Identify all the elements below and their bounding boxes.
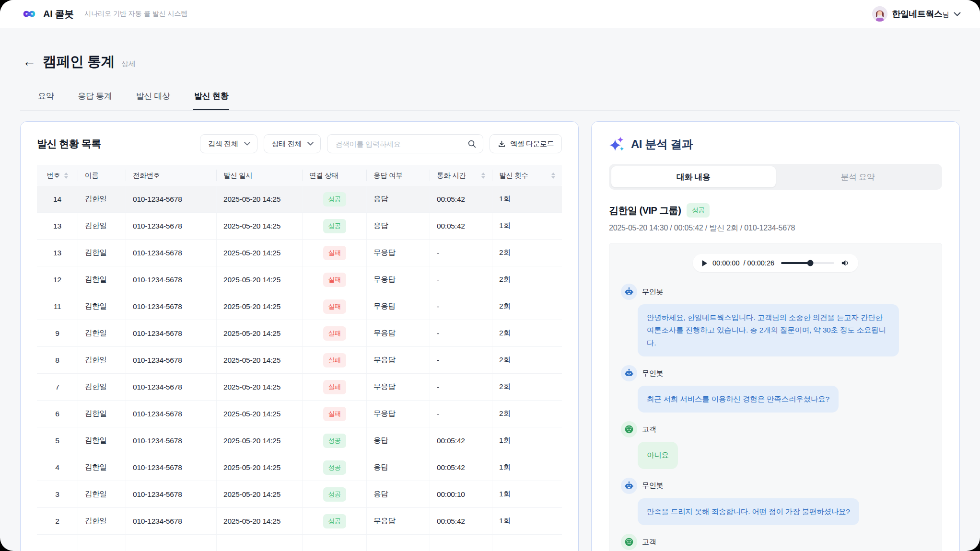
page-title: 캠페인 통계 (43, 52, 115, 71)
table-row[interactable]: 4 김한일 010-1234-5678 2025-05-20 14:25 성공 … (37, 454, 562, 481)
search-input[interactable] (335, 140, 468, 148)
status-badge: 성공 (323, 219, 346, 233)
search-icon[interactable] (468, 140, 476, 148)
call-list-title: 발신 현황 목록 (37, 137, 101, 150)
page-content: ← 캠페인 통계 상세 요약 응답 통계 발신 대상 발신 현황 발신 현황 목… (0, 28, 980, 551)
tab-call-status[interactable]: 발신 현황 (193, 86, 229, 110)
tab-summary[interactable]: 요약 (37, 86, 55, 110)
message-bubble: 만족을 드리지 못해 죄송합니다. 어떤 점이 가장 불편하셨나요? (638, 498, 859, 525)
audio-player: 00:00:00 / 00:00:26 (693, 254, 858, 272)
message-bubble: 안녕하세요, 한일네트웍스입니다. 고객님의 소중한 의견을 듣고자 간단한 여… (638, 304, 899, 356)
sender-name: 무인봇 (642, 481, 663, 490)
ai-analysis-panel: AI 분석 결과 대화 내용 분석 요약 김한일 (VIP 그룹) 성공 202… (591, 121, 960, 551)
status-badge: 실패 (323, 273, 346, 287)
app-logo-icon (22, 9, 36, 19)
robot-icon (624, 287, 634, 297)
tab-response-stats[interactable]: 응답 통계 (77, 86, 113, 110)
call-table-body: 14 김한일 010-1234-5678 2025-05-20 14:25 성공… (37, 186, 562, 535)
table-row-partial (37, 535, 562, 551)
tab-conversation[interactable]: 대화 내용 (611, 166, 776, 187)
excel-download-button[interactable]: 엑셀 다운로드 (490, 134, 562, 153)
sender-avatar (621, 534, 637, 550)
col-phone: 전화번호 (126, 170, 217, 181)
main-tabs: 요약 응답 통계 발신 대상 발신 현황 (20, 86, 960, 111)
sender-avatar (621, 284, 637, 300)
status-badge: 성공 (323, 460, 346, 475)
conversation-container: 00:00:00 / 00:00:26 (609, 243, 942, 551)
brand[interactable]: AI 콜봇 시나리오 기반 자동 콜 발신 시스템 (22, 8, 188, 21)
page-title-row: ← 캠페인 통계 상세 (20, 52, 960, 71)
sort-icon[interactable] (64, 172, 68, 179)
user-menu[interactable]: 한일네트웍스님 (872, 6, 961, 22)
sender-name: 무인봇 (642, 287, 663, 297)
status-badge: 성공 (323, 434, 346, 448)
filter-bar: 검색 전체 상태 전체 엑셀 다운로드 (200, 134, 562, 153)
status-badge: 성공 (323, 514, 346, 528)
user-name: 한일네트웍스님 (892, 8, 949, 20)
status-badge: 실패 (323, 407, 346, 421)
chat-message: 무인봇 안녕하세요, 한일네트웍스입니다. 고객님의 소중한 의견을 듣고자 간… (621, 284, 930, 356)
table-row[interactable]: 8 김한일 010-1234-5678 2025-05-20 14:25 실패 … (37, 347, 562, 374)
col-name: 이름 (78, 170, 126, 181)
table-row[interactable]: 5 김한일 010-1234-5678 2025-05-20 14:25 성공 … (37, 427, 562, 454)
sort-icon[interactable] (551, 172, 555, 179)
message-bubble: 아니요 (638, 442, 678, 469)
sort-icon[interactable] (481, 172, 485, 179)
tab-analysis-summary[interactable]: 분석 요약 (776, 166, 940, 187)
status-badge: 실패 (323, 326, 346, 341)
status-badge: 실패 (323, 299, 346, 314)
search-box (327, 134, 483, 153)
call-table-header: 번호 이름 전화번호 발신 일시 연결 상태 응답 여부 통화 시간 발신 횟수 (37, 165, 562, 186)
tab-call-targets[interactable]: 발신 대상 (135, 86, 171, 110)
play-icon[interactable] (701, 260, 708, 267)
message-bubble: 최근 저희 서비스를 이용하신 경험은 만족스러우셨나요? (638, 386, 839, 413)
table-row[interactable]: 2 김한일 010-1234-5678 2025-05-20 14:25 성공 … (37, 508, 562, 535)
sender-name: 고객 (642, 538, 656, 547)
chat-messages: 무인봇 안녕하세요, 한일네트웍스입니다. 고객님의 소중한 의견을 듣고자 간… (621, 284, 930, 551)
app-window: AI 콜봇 시나리오 기반 자동 콜 발신 시스템 한일네트웍스님 ← (0, 0, 980, 551)
back-button[interactable]: ← (23, 55, 36, 69)
table-row[interactable]: 3 김한일 010-1234-5678 2025-05-20 14:25 성공 … (37, 481, 562, 508)
top-header: AI 콜봇 시나리오 기반 자동 콜 발신 시스템 한일네트웍스님 (0, 0, 980, 28)
sender-avatar (621, 478, 637, 494)
table-row[interactable]: 13 김한일 010-1234-5678 2025-05-20 14:25 성공… (37, 213, 562, 240)
col-number[interactable]: 번호 (37, 170, 78, 181)
sender-name: 무인봇 (642, 369, 663, 378)
status-badge: 실패 (323, 246, 346, 260)
status-filter-select[interactable]: 상태 전체 (264, 134, 321, 153)
player-slider-thumb[interactable] (807, 260, 814, 266)
chat-message: 고객 아니요 (621, 421, 930, 469)
customer-icon (624, 425, 634, 434)
customer-icon (624, 537, 634, 547)
call-status-panel: 발신 현황 목록 검색 전체 상태 전체 (20, 121, 579, 551)
table-row[interactable]: 14 김한일 010-1234-5678 2025-05-20 14:25 성공… (37, 186, 562, 213)
status-badge: 실패 (323, 380, 346, 394)
analysis-tabs: 대화 내용 분석 요약 (609, 164, 942, 190)
robot-icon (624, 368, 634, 378)
sender-name: 고객 (642, 425, 656, 434)
status-badge: 실패 (323, 353, 346, 367)
table-row[interactable]: 13 김한일 010-1234-5678 2025-05-20 14:25 실패… (37, 240, 562, 266)
col-attempts[interactable]: 발신 횟수 (492, 170, 562, 181)
status-badge: 성공 (323, 487, 346, 502)
table-row[interactable]: 9 김한일 010-1234-5678 2025-05-20 14:25 실패 … (37, 320, 562, 347)
search-scope-select[interactable]: 검색 전체 (200, 134, 257, 153)
table-row[interactable]: 11 김한일 010-1234-5678 2025-05-20 14:25 실패… (37, 293, 562, 320)
player-slider[interactable] (781, 262, 834, 264)
user-avatar (872, 6, 887, 22)
table-row[interactable]: 6 김한일 010-1234-5678 2025-05-20 14:25 실패 … (37, 401, 562, 427)
table-row[interactable]: 12 김한일 010-1234-5678 2025-05-20 14:25 실패… (37, 266, 562, 293)
col-status: 연결 상태 (303, 170, 367, 181)
col-duration[interactable]: 통화 시간 (430, 170, 492, 181)
sparkles-icon (609, 136, 625, 152)
call-result-badge: 성공 (687, 203, 710, 218)
table-row[interactable]: 7 김한일 010-1234-5678 2025-05-20 14:25 실패 … (37, 374, 562, 401)
call-table: 번호 이름 전화번호 발신 일시 연결 상태 응답 여부 통화 시간 발신 횟수… (37, 165, 562, 551)
volume-icon[interactable] (841, 259, 850, 267)
customer-name: 김한일 (VIP 그룹) (609, 204, 681, 217)
call-meta: 2025-05-20 14:30 / 00:05:42 / 발신 2회 / 01… (609, 223, 942, 233)
sender-avatar (621, 365, 637, 381)
app-title: AI 콜봇 (43, 8, 74, 21)
col-datetime: 발신 일시 (217, 170, 303, 181)
status-badge: 성공 (323, 192, 346, 207)
